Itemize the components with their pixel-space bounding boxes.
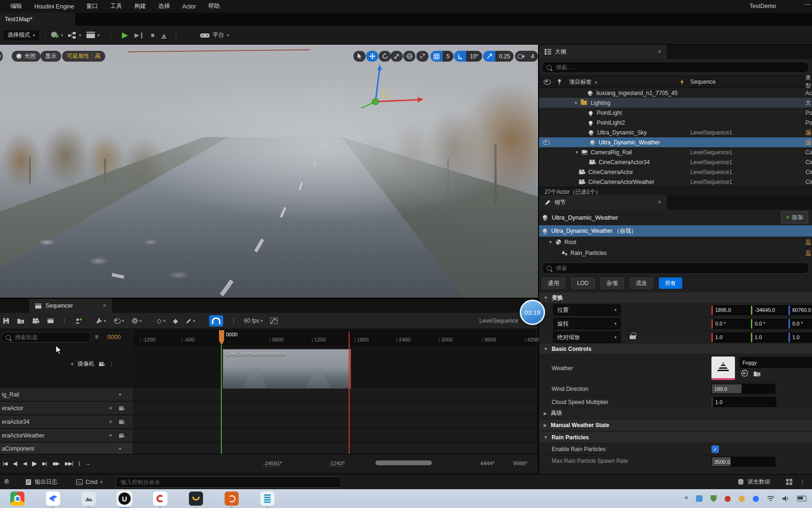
row-sequence[interactable]: LevelSequence1 <box>690 159 732 166</box>
view-end-field[interactable]: 9566* <box>513 460 527 466</box>
find-asset-icon[interactable] <box>17 318 24 324</box>
menu-help[interactable]: 帮助 <box>208 2 220 10</box>
cmd-dropdown[interactable]: Cmd ▾ <box>76 479 102 485</box>
manual-weather-header[interactable]: ▶ Manual Weather State <box>539 420 812 430</box>
stop-button[interactable]: ■ <box>151 32 155 39</box>
tab-lod[interactable]: LOD <box>571 278 595 289</box>
menu-tools[interactable]: 工具 <box>110 2 122 10</box>
row-type-edit-link[interactable]: 编 <box>805 128 812 136</box>
play-button[interactable]: ▶ <box>122 30 128 40</box>
move-tool-button[interactable] <box>366 51 378 62</box>
camera-toggle-icon[interactable] <box>118 420 125 424</box>
add-camera-button[interactable]: + 摄像机 ⋮ <box>70 360 114 368</box>
row-sequence[interactable]: LevelSequence1 <box>690 149 732 156</box>
add-section-button[interactable]: + <box>109 432 112 439</box>
chrome-icon[interactable] <box>10 492 24 506</box>
outliner-search-input[interactable] <box>555 64 804 71</box>
camera-toggle-icon[interactable] <box>118 433 125 438</box>
menu-select[interactable]: 选择 <box>158 2 170 10</box>
range-end-field[interactable]: -1243* <box>329 460 345 467</box>
fps-dropdown[interactable]: 60 fps▾ <box>244 318 263 324</box>
track-search-input[interactable] <box>14 333 86 341</box>
location-z-field[interactable]: 60760.0 <box>789 305 812 315</box>
snapping-magnet-button[interactable] <box>209 315 223 326</box>
scale-dropdown[interactable]: 绝对缩放▾ <box>553 332 621 343</box>
playback-options-icon[interactable]: ▾ <box>132 318 142 324</box>
tab-streaming[interactable]: 流送 <box>630 278 653 289</box>
scalability-warning-button[interactable]: 可延展性：高 <box>62 51 105 62</box>
rain-particles-header[interactable]: ▼ Rain Particles <box>539 432 812 443</box>
input-method-icon[interactable] <box>696 495 703 502</box>
track-row[interactable]: aComponent + <box>0 442 133 454</box>
expander-icon[interactable]: ▼ <box>575 150 579 155</box>
component-row-self[interactable]: Ultra_Dynamic_Weather （自我） <box>539 225 812 237</box>
scale-tool-button[interactable] <box>390 51 403 62</box>
camera-speed-value[interactable]: 4 <box>527 51 538 62</box>
prev-key-button[interactable]: ◀| <box>13 460 17 467</box>
spiral-app-icon[interactable] <box>225 492 239 506</box>
details-search-input[interactable] <box>555 264 804 272</box>
location-y-field[interactable]: -34645.0 <box>751 305 790 315</box>
battery-icon[interactable] <box>797 496 806 501</box>
outliner-row[interactable]: PointLight2 Po <box>539 118 812 127</box>
transform-gizmo[interactable] <box>345 64 430 111</box>
statusbar-kebab[interactable]: ⋮ <box>800 479 805 485</box>
cinematics-dropdown[interactable]: ▾ <box>86 31 100 39</box>
outliner-row[interactable]: PointLight Po <box>539 108 812 118</box>
tab-level-test1map[interactable]: Test1Map* <box>0 13 75 26</box>
grid-snap-value[interactable]: 5 <box>443 51 453 62</box>
close-icon[interactable]: × <box>658 48 661 55</box>
rotation-snap-control[interactable]: 10° <box>454 51 482 62</box>
camera-speed-control[interactable]: 4 <box>515 51 538 62</box>
track-row[interactable]: eraActorWeather + <box>0 429 133 442</box>
pin-column-icon[interactable] <box>557 79 562 85</box>
jump-button[interactable]: → <box>86 460 90 466</box>
photos-app-icon[interactable] <box>82 492 96 506</box>
console-input-wrap[interactable] <box>116 476 341 488</box>
advanced-section-header[interactable]: ▶ 高级 <box>539 408 812 418</box>
close-icon[interactable]: × <box>103 302 106 309</box>
outliner-row-selected[interactable]: Ultra_Dynamic_Weather 编 <box>539 137 812 147</box>
outliner-row[interactable]: CineCameraActorWeather LevelSequence1 Ci… <box>539 177 812 187</box>
outliner-row[interactable]: CineCameraActor LevelSequence1 Cin <box>539 167 812 177</box>
menu-window[interactable]: 窗口 <box>86 2 98 10</box>
basic-controls-header[interactable]: ▼ Basic Controls <box>539 344 812 354</box>
stack-app-icon[interactable] <box>260 492 274 506</box>
kebab-icon[interactable]: ⋮ <box>109 361 114 367</box>
viewport[interactable]: ≡ 光照 显示 可延展性：高 <box>0 45 538 298</box>
step-forward-button[interactable]: ▶| <box>42 460 47 467</box>
cloud-speed-field[interactable]: 1.0 <box>711 397 776 407</box>
row-sequence[interactable]: LevelSequence1 <box>690 169 732 175</box>
play-button[interactable]: ▶ <box>32 460 37 467</box>
rotation-y-field[interactable]: 0.0 ° <box>751 319 790 329</box>
kebab-icon[interactable]: ⋮ <box>62 318 67 324</box>
menu-actor[interactable]: Actor <box>182 3 196 10</box>
eject-button[interactable]: ▲ <box>161 32 167 39</box>
play-options-kebab[interactable]: ⋮ <box>173 32 179 39</box>
weather-thumbnail[interactable] <box>711 357 735 380</box>
scale-x-field[interactable]: 1.0 <box>711 333 756 342</box>
outliner-row[interactable]: Ultra_Dynamic_Sky LevelSequence1 编 <box>539 127 812 137</box>
add-actor-button[interactable]: ▾ <box>50 31 63 40</box>
details-search[interactable] <box>542 262 809 274</box>
show-flags-button[interactable]: 显示 <box>40 51 61 62</box>
rotate-tool-button[interactable] <box>379 51 391 62</box>
scale-snap-value[interactable]: 0.25 <box>495 51 514 62</box>
expander-icon[interactable]: ▼ <box>574 101 578 105</box>
outliner-row[interactable]: ▼ CameraRig_Rail LevelSequence1 Ca <box>539 147 812 157</box>
tab-sequencer[interactable]: Sequencer × <box>29 299 112 313</box>
to-end-button[interactable]: ▶▶| <box>65 460 73 467</box>
menu-houdini-engine[interactable]: Houdini Engine <box>34 3 74 10</box>
wind-direction-field[interactable]: 180.0 <box>711 384 775 394</box>
track-row[interactable]: eraActor + <box>0 401 133 414</box>
tab-details[interactable]: 细节 × <box>539 195 667 209</box>
range-end-line[interactable] <box>349 332 350 454</box>
lark-icon[interactable] <box>46 492 60 506</box>
filter-icon[interactable]: ≡ <box>95 333 98 340</box>
edit-in-blueprint-link[interactable]: 在 <box>805 238 811 246</box>
anydesk-icon[interactable] <box>153 492 167 506</box>
rotation-z-field[interactable]: 0.0 ° <box>789 319 812 329</box>
row-type-edit-link[interactable]: 编 <box>805 138 812 146</box>
track-lane[interactable] <box>134 429 536 442</box>
timeline-scrollbar[interactable] <box>375 460 432 465</box>
